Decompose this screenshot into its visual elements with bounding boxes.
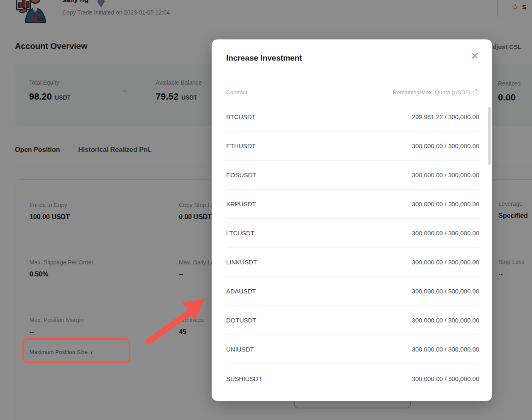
table-row: ETHUSDT 300,000.00 / 300,000.00	[226, 132, 479, 161]
table-row: LINKUSDT 300,000.00 / 300,000.00	[226, 248, 479, 277]
contract-symbol: LTCUSDT	[226, 230, 254, 237]
modal-scrollbar[interactable]	[488, 107, 491, 165]
close-icon[interactable]: ✕	[471, 51, 479, 61]
column-quota: Remaining/Max. Quota (USDT)	[393, 89, 471, 95]
table-row: BTCUSDT 299,981.22 / 300,000.00	[226, 103, 479, 132]
table-row: LTCUSDT 300,000.00 / 300,000.00	[226, 219, 479, 248]
quota-value: 300,000.00 / 300,000.00	[412, 171, 479, 178]
quota-value: 300,000.00 / 300,000.00	[412, 375, 479, 382]
table-row: EOSUSDT 300,000.00 / 300,000.00	[226, 161, 479, 190]
contract-symbol: SUSHIUSDT	[226, 375, 262, 382]
modal-title: Increase Investment	[226, 54, 302, 63]
contract-symbol: EOSUSDT	[226, 171, 256, 178]
contract-symbol: BTCUSDT	[226, 113, 256, 120]
contract-symbol: DOTUSDT	[226, 317, 256, 324]
quota-value: 300,000.00 / 300,000.00	[412, 259, 479, 266]
table-row: ADAUSDT 300,000.00 / 300,000.00	[226, 277, 479, 306]
quota-value: 300,000.00 / 300,000.00	[412, 230, 479, 237]
contract-symbol: UNIUSDT	[226, 346, 254, 353]
table-row: DOTUSDT 300,000.00 / 300,000.00	[226, 306, 479, 335]
increase-investment-modal: Increase Investment ✕ Contract Remaining…	[212, 39, 492, 401]
quota-value: 300,000.00 / 300,000.00	[412, 288, 479, 295]
quota-value: 300,000.00 / 300,000.00	[412, 142, 479, 149]
quota-value: 300,000.00 / 300,000.00	[412, 200, 479, 208]
contract-symbol: LINKUSDT	[226, 259, 257, 266]
contract-symbol: ETHUSDT	[226, 142, 256, 149]
modal-table-header: Contract Remaining/Max. Quota (USDT) ?	[226, 89, 479, 95]
screen: MY sally ng Copy Trade Initiated on 2023…	[0, 0, 532, 420]
quota-value: 299,981.22 / 300,000.00	[412, 113, 479, 120]
question-circle-icon[interactable]: ?	[473, 89, 479, 95]
table-row: UNIUSDT 300,000.00 / 300,000.00	[226, 335, 479, 364]
quota-value: 300,000.00 / 300,000.00	[412, 346, 479, 353]
contract-symbol: XRPUSDT	[226, 200, 256, 208]
column-contract: Contract	[226, 89, 247, 95]
table-row: SUSHIUSDT 300,000.00 / 300,000.00	[226, 364, 479, 393]
table-row: XRPUSDT 300,000.00 / 300,000.00	[226, 190, 479, 219]
contract-symbol: ADAUSDT	[226, 288, 256, 295]
quota-list: BTCUSDT 299,981.22 / 300,000.00 ETHUSDT …	[212, 103, 492, 393]
quota-value: 300,000.00 / 300,000.00	[412, 317, 479, 324]
